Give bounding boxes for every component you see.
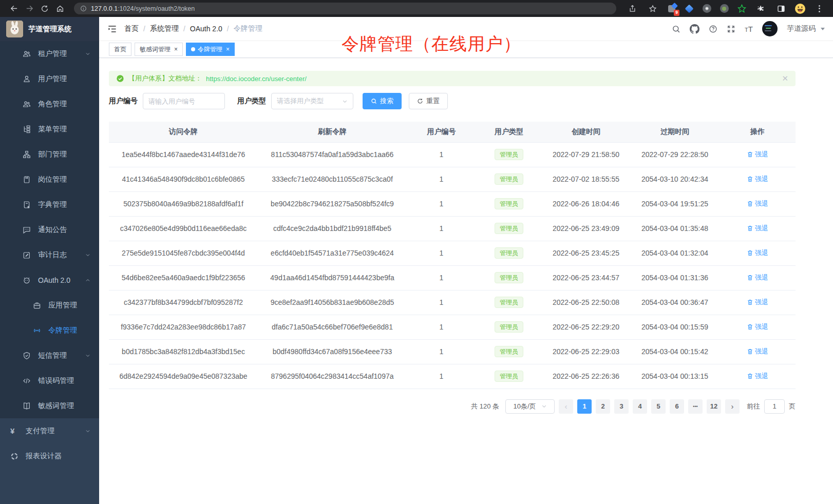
user-type-cell: 管理员 bbox=[476, 364, 542, 389]
tab-敏感词管理[interactable]: 敏感词管理× bbox=[135, 43, 183, 56]
sidebar-item-oauth2[interactable]: OAuth 2.0 bbox=[0, 267, 99, 293]
next-page-button[interactable]: › bbox=[725, 399, 740, 414]
site-info-icon[interactable] bbox=[80, 5, 87, 12]
user-type-tag: 管理员 bbox=[495, 198, 523, 209]
prev-page-button[interactable]: ‹ bbox=[559, 399, 573, 414]
sidebar-item-label: 部门管理 bbox=[38, 150, 67, 159]
page-button-6[interactable]: 6 bbox=[670, 399, 684, 414]
bookmark-star-icon[interactable] bbox=[646, 2, 659, 15]
user-id-cell: 1 bbox=[407, 339, 476, 364]
sidebar-item-audit-log[interactable]: 审计日志 bbox=[0, 242, 99, 267]
force-logout-button[interactable]: 强退 bbox=[747, 224, 768, 233]
page-button-3[interactable]: 3 bbox=[614, 399, 629, 414]
sidebar-item-notice[interactable]: 通知公告 bbox=[0, 217, 99, 242]
tab-close-icon[interactable]: × bbox=[173, 46, 178, 53]
chevron-down-icon bbox=[85, 252, 91, 258]
chevron-down-icon bbox=[85, 51, 91, 57]
sidebar-item-sms[interactable]: 短信管理 bbox=[0, 343, 99, 368]
alert-close-icon[interactable]: ✕ bbox=[782, 74, 788, 83]
page-size-select[interactable]: 10条/页 bbox=[505, 399, 555, 414]
browser-home-icon[interactable] bbox=[53, 2, 67, 15]
doc-link[interactable]: https://doc.iocoder.cn/user-center/ bbox=[206, 75, 307, 83]
sidebar-item-tenant[interactable]: 租户管理 bbox=[0, 41, 99, 66]
trash-icon bbox=[747, 176, 753, 182]
side-panel-icon[interactable] bbox=[774, 2, 788, 15]
force-logout-button[interactable]: 强退 bbox=[747, 322, 768, 332]
extension-badge-icon[interactable]: 9 bbox=[667, 4, 677, 14]
search-icon[interactable] bbox=[672, 25, 680, 33]
post-badge-icon bbox=[23, 176, 31, 184]
github-icon[interactable] bbox=[690, 24, 699, 34]
search-button[interactable]: 搜索 bbox=[363, 93, 402, 109]
user-id-input[interactable] bbox=[143, 93, 225, 109]
app-logo[interactable]: 芋道管理系统 bbox=[0, 17, 99, 41]
browser-forward-icon[interactable] bbox=[23, 2, 36, 15]
sidebar-item-oauth2-token[interactable]: 令牌管理 bbox=[0, 318, 99, 343]
column-header: 访问令牌 bbox=[109, 122, 258, 142]
share-icon[interactable] bbox=[626, 2, 639, 15]
page-button-4[interactable]: 4 bbox=[633, 399, 647, 414]
page-button-12[interactable]: 12 bbox=[707, 399, 721, 414]
sidebar-item-oauth2-app[interactable]: 应用管理 bbox=[0, 293, 99, 318]
force-logout-button[interactable]: 强退 bbox=[747, 372, 768, 381]
help-icon[interactable] bbox=[709, 25, 717, 33]
force-logout-button[interactable]: 强退 bbox=[747, 199, 768, 208]
extensions-puzzle-icon[interactable] bbox=[754, 2, 767, 15]
gem-extension-icon[interactable] bbox=[684, 4, 694, 14]
fullscreen-icon[interactable] bbox=[727, 25, 735, 33]
force-logout-button[interactable]: 强退 bbox=[747, 273, 768, 282]
sidebar-item-pay[interactable]: ¥支付管理 bbox=[0, 418, 99, 443]
page-button-1[interactable]: 1 bbox=[577, 399, 592, 414]
force-logout-button[interactable]: 强退 bbox=[747, 347, 768, 356]
breadcrumb-item[interactable]: 首页 bbox=[124, 24, 139, 33]
sidebar-item-label: 令牌管理 bbox=[48, 326, 77, 335]
user-menu-caret-icon[interactable] bbox=[821, 28, 825, 30]
expire-time-cell: 2022-07-29 22:28:50 bbox=[630, 142, 720, 167]
more-pages-button[interactable]: ••• bbox=[688, 399, 703, 414]
sidebar-item-user[interactable]: 用户管理 bbox=[0, 66, 99, 91]
breadcrumb-item[interactable]: 系统管理 bbox=[150, 24, 179, 33]
page-button-5[interactable]: 5 bbox=[651, 399, 666, 414]
sidebar-item-report[interactable]: 报表设计器 bbox=[0, 443, 99, 469]
sidebar-item-dept[interactable]: 部门管理 bbox=[0, 142, 99, 167]
recorder-extension-icon[interactable] bbox=[719, 4, 729, 14]
force-logout-button[interactable]: 强退 bbox=[747, 298, 768, 307]
command-extension-icon[interactable] bbox=[702, 4, 712, 14]
created-time-cell: 2022-06-25 22:26:36 bbox=[542, 364, 630, 389]
sidebar-toggle-icon[interactable] bbox=[107, 24, 117, 34]
sidebar-item-label: 岗位管理 bbox=[38, 175, 67, 184]
sidebar-item-dict[interactable]: 字典管理 bbox=[0, 192, 99, 217]
star-extension-icon[interactable] bbox=[736, 4, 747, 14]
browser-back-icon[interactable] bbox=[7, 2, 21, 15]
tab-首页[interactable]: 首页 bbox=[109, 43, 131, 56]
browser-reload-icon[interactable] bbox=[38, 2, 51, 15]
font-size-icon[interactable]: TT bbox=[745, 25, 753, 33]
tab-close-icon[interactable]: × bbox=[225, 46, 230, 53]
sidebar-item-post[interactable]: 岗位管理 bbox=[0, 167, 99, 192]
user-avatar[interactable] bbox=[762, 21, 778, 36]
profile-avatar-icon[interactable] bbox=[795, 4, 805, 14]
expire-time-cell: 2054-03-04 01:31:36 bbox=[630, 265, 720, 290]
refresh-token-cell: e6cfd40eb1f54571a31e775e039c4624 bbox=[258, 241, 407, 265]
action-cell: 强退 bbox=[720, 290, 796, 315]
force-logout-button[interactable]: 强退 bbox=[747, 175, 768, 184]
trash-icon bbox=[747, 373, 753, 379]
page-button-2[interactable]: 2 bbox=[596, 399, 610, 414]
sidebar-item-sensitive-word[interactable]: 敏感词管理 bbox=[0, 393, 99, 418]
user-type-select[interactable]: 请选择用户类型 bbox=[271, 93, 353, 109]
sidebar-item-menu[interactable]: 菜单管理 bbox=[0, 117, 99, 142]
force-logout-button[interactable]: 强退 bbox=[747, 248, 768, 258]
tab-令牌管理[interactable]: 令牌管理× bbox=[186, 43, 235, 56]
access-token-cell: 6d842e2924594de9a09e45e087323abe bbox=[109, 364, 258, 389]
reset-button[interactable]: 重置 bbox=[409, 93, 448, 109]
sidebar-item-error-code[interactable]: 错误码管理 bbox=[0, 368, 99, 393]
address-bar[interactable]: 127.0.0.1:1024/system/oauth2/token bbox=[74, 3, 616, 14]
tab-label: 敏感词管理 bbox=[140, 45, 171, 54]
breadcrumb-item[interactable]: OAuth 2.0 bbox=[190, 25, 222, 33]
goto-page-input[interactable] bbox=[764, 399, 785, 414]
browser-menu-icon[interactable] bbox=[812, 2, 826, 15]
sidebar-item-role[interactable]: 角色管理 bbox=[0, 91, 99, 117]
column-header: 用户类型 bbox=[476, 122, 542, 142]
force-logout-button[interactable]: 强退 bbox=[747, 150, 768, 159]
sidebar-item-label: 租户管理 bbox=[38, 49, 67, 59]
